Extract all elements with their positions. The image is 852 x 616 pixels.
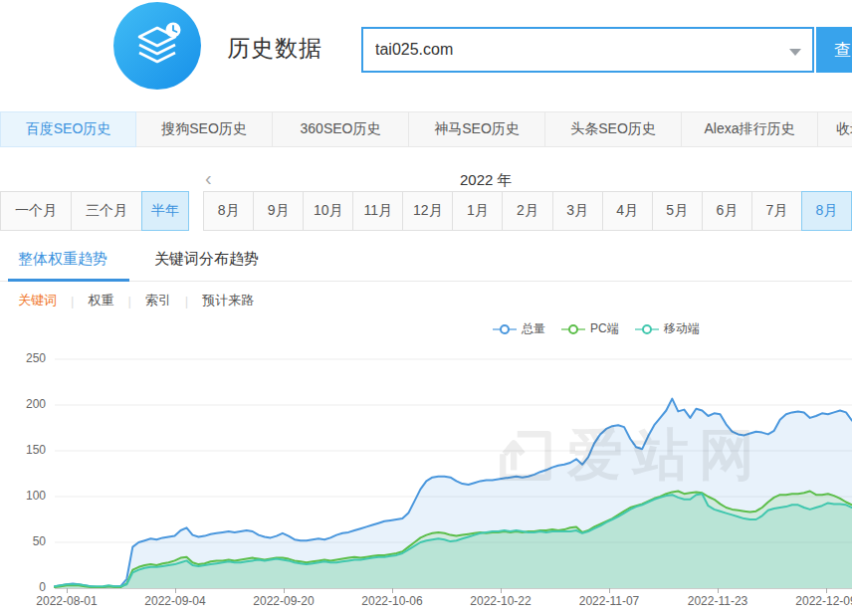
month-10月-2[interactable]: 10月: [303, 191, 353, 231]
month-2月-6[interactable]: 2月: [502, 191, 552, 231]
tab-收录历史[interactable]: 收录历史: [818, 111, 852, 147]
month-selector-group: 8月9月10月11月12月1月2月3月4月5月6月7月8月: [203, 191, 852, 231]
filter-separator: |: [127, 294, 130, 308]
x-axis-label-2022-09-20: 2022-09-20: [239, 594, 328, 608]
tab-360SEO历史[interactable]: 360SEO历史: [273, 111, 409, 147]
month-4月-8[interactable]: 4月: [602, 191, 653, 231]
filter-预计来路[interactable]: 预计来路: [202, 292, 254, 309]
filter-关键词[interactable]: 关键词: [18, 292, 57, 309]
search-box: [361, 27, 814, 73]
tab-Alexa排行历史[interactable]: Alexa排行历史: [682, 111, 818, 147]
tab-搜狗SEO历史[interactable]: 搜狗SEO历史: [136, 111, 273, 147]
month-12月-4[interactable]: 12月: [402, 191, 453, 231]
y-axis-label-250: 250: [0, 351, 46, 365]
x-axis-label-2022-09-04: 2022-09-04: [130, 594, 220, 608]
x-axis-tick: [718, 588, 719, 593]
trend-chart-plot: [55, 359, 852, 588]
legend-marker-icon: [493, 323, 517, 335]
legend-label: 总量: [522, 320, 545, 337]
x-axis-tick: [501, 588, 502, 593]
legend-item-总量[interactable]: 总量: [493, 320, 545, 337]
month-1月-5[interactable]: 1月: [452, 191, 503, 231]
legend-label: PC端: [590, 320, 619, 337]
x-axis-tick: [67, 588, 68, 593]
month-8月-0[interactable]: 8月: [203, 191, 254, 231]
x-axis-label-2022-10-22: 2022-10-22: [456, 594, 545, 608]
tab-keyword-distribution-trend[interactable]: 关键词分布趋势: [154, 250, 259, 269]
period-三个月[interactable]: 三个月: [71, 191, 142, 231]
month-9月-1[interactable]: 9月: [253, 191, 304, 231]
x-axis-label-2022-08-01: 2022-08-01: [22, 594, 111, 608]
legend-label: 移动端: [664, 320, 700, 337]
x-axis-label-2022-10-06: 2022-10-06: [347, 594, 437, 608]
x-axis-tick: [826, 588, 827, 593]
metric-filter-links: 关键词|权重|索引|预计来路: [18, 292, 254, 309]
chart-legend: 总量PC端移动端: [493, 320, 700, 337]
tab-百度SEO历史[interactable]: 百度SEO历史: [0, 111, 136, 147]
domain-input[interactable]: [363, 29, 812, 71]
month-6月-10[interactable]: 6月: [702, 191, 752, 231]
history-data-logo-icon: [113, 2, 201, 90]
y-axis-label-200: 200: [0, 397, 46, 411]
search-button[interactable]: 查询: [816, 27, 852, 73]
filter-separator: |: [185, 294, 188, 308]
year-label: 2022 年: [460, 171, 513, 190]
month-5月-9[interactable]: 5月: [652, 191, 703, 231]
y-axis-label-50: 50: [0, 534, 46, 548]
legend-circle: [568, 324, 578, 334]
filter-权重[interactable]: 权重: [88, 292, 113, 309]
filter-索引[interactable]: 索引: [145, 292, 171, 309]
x-axis-label-2022-11-07: 2022-11-07: [564, 594, 654, 608]
x-axis-tick: [284, 588, 285, 593]
legend-marker-icon: [635, 323, 659, 335]
month-7月-11[interactable]: 7月: [751, 191, 802, 231]
legend-item-移动端[interactable]: 移动端: [635, 320, 700, 337]
legend-marker-icon: [561, 323, 585, 335]
history-data-page: 历史数据 查询 百度SEO历史搜狗SEO历史360SEO历史神马SEO历史头条S…: [0, 0, 852, 616]
legend-circle: [500, 324, 510, 334]
seo-history-tabs: 百度SEO历史搜狗SEO历史360SEO历史神马SEO历史头条SEO历史Alex…: [0, 111, 852, 147]
y-axis-label-150: 150: [0, 443, 46, 457]
x-axis-tick: [392, 588, 393, 593]
x-axis-label-2022-11-23: 2022-11-23: [673, 594, 762, 608]
tab-神马SEO历史[interactable]: 神马SEO历史: [409, 111, 545, 147]
period-半年[interactable]: 半年: [141, 191, 189, 231]
y-axis-label-100: 100: [0, 489, 46, 503]
month-8月-12[interactable]: 8月: [801, 191, 852, 231]
x-axis-label-2022-12-09: 2022-12-09: [781, 594, 852, 608]
month-11月-3[interactable]: 11月: [352, 191, 403, 231]
month-3月-7[interactable]: 3月: [552, 191, 603, 231]
y-axis-label-0: 0: [0, 580, 46, 594]
tab-头条SEO历史[interactable]: 头条SEO历史: [545, 111, 682, 147]
period-一个月[interactable]: 一个月: [0, 191, 72, 231]
period-range-group: 一个月三个月半年: [0, 191, 189, 231]
tab-overall-weight-trend[interactable]: 整体权重趋势: [18, 250, 107, 269]
legend-circle: [642, 324, 652, 334]
page-title: 历史数据: [227, 33, 322, 64]
x-axis-tick: [175, 588, 176, 593]
prev-year-chevron-icon[interactable]: ‹: [205, 168, 212, 188]
x-axis-tick: [609, 588, 610, 593]
active-subtab-underline: [8, 279, 129, 282]
legend-item-PC端[interactable]: PC端: [561, 320, 619, 337]
weight-trend-chart: 爱站网 0501001502002502022-08-012022-09-042…: [0, 348, 852, 616]
filter-separator: |: [71, 294, 74, 308]
dropdown-caret-icon[interactable]: [789, 49, 801, 56]
